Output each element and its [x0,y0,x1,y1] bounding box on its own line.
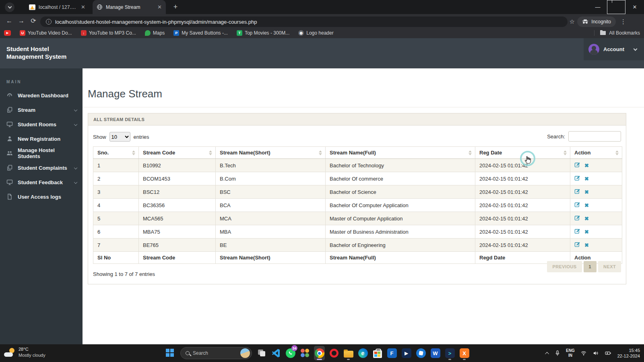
cell-code: B10992 [139,159,216,172]
bookmark-youtube[interactable]: ▶ [4,30,11,36]
pagination-page-1-button[interactable]: 1 [584,261,597,272]
delete-icon[interactable]: ✖ [584,162,589,169]
edit-icon[interactable] [574,241,580,249]
taskbar-icon-task-view[interactable] [256,346,267,360]
close-icon[interactable]: ✕ [157,4,162,10]
pagination-next-button[interactable]: NEXT [598,261,621,272]
taskbar-icon-camtasia[interactable]: ▶ [401,346,412,360]
taskbar-icon-photos[interactable] [299,346,310,360]
edit-icon[interactable] [574,228,580,235]
weather-widget[interactable]: 28°C Mostly cloudy [4,346,45,358]
cell-action: ✖ [570,185,622,199]
window-minimize-button[interactable]: — [588,0,607,14]
restore-icon [607,0,625,14]
delete-icon[interactable]: ✖ [584,229,589,235]
taskbar-search[interactable]: Search [180,347,252,359]
bookmark-youtube-video-do[interactable]: UYouTube Video Do... [20,30,72,36]
sidebar-item-student-feedback[interactable]: Student Feedback [0,175,83,189]
taskbar-icon-word[interactable]: W [430,346,441,360]
sidebar-item-stream[interactable]: Stream [0,103,83,117]
edit-icon[interactable] [574,175,580,182]
search-input[interactable] [568,131,621,142]
taskbar-icon-xampp[interactable]: X [459,346,470,360]
bookmark-star-icon[interactable]: ☆ [570,16,575,27]
copy-icon [6,165,13,171]
cell-full_name: Master of Business Administration [326,225,475,239]
account-menu[interactable]: Account [584,38,644,60]
taskbar-icon-vscode[interactable] [270,346,281,360]
col-header-stream-code[interactable]: Stream Code [139,147,216,159]
col-header-action[interactable]: Action [570,147,622,159]
taskbar-icon-file-explorer[interactable] [343,346,354,360]
chevron-down-icon [74,181,77,184]
bookmark-youtube-to-mp3-co[interactable]: ↓YouTube to MP3 Co... [81,30,136,36]
bookmark-logo-header[interactable]: ◍Logo header [298,30,333,36]
reload-button[interactable]: ⟳ [27,17,39,25]
bookmark-maps[interactable]: Maps [145,30,165,36]
stream-panel: ALL STREAM DETAILS Show 10 entries Searc… [88,113,626,284]
edit-icon[interactable] [574,188,580,195]
language-indicator[interactable]: ENGIN [566,348,575,358]
page-length-select[interactable]: 10 [109,132,130,142]
taskbar-icon-terminal[interactable]: > [444,346,455,360]
window-close-button[interactable]: ✕ [625,0,644,14]
back-button[interactable]: ← [3,17,15,25]
sidebar-item-user-access-logs[interactable]: User Access logs [0,189,83,204]
taskbar-icon-opera[interactable] [328,346,339,360]
edit-icon[interactable] [574,215,580,222]
cell-code: BC36356 [139,199,216,212]
battery-icon[interactable] [605,350,612,356]
taskbar-icon-blue-circle-app[interactable] [415,346,426,360]
address-bar[interactable]: i localhost/student-hostel-management-sy… [40,16,568,27]
pagination-previous-button[interactable]: PREVIOUS [547,261,582,272]
cell-reg_date: 2024-02-15 01:01:42 [475,212,570,225]
sidebar-item-student-complaints[interactable]: Student Complaints [0,160,83,175]
edit-icon[interactable] [574,202,580,209]
all-bookmarks-button[interactable]: All Bookmarks [594,30,640,36]
sort-icon [209,150,212,155]
taskbar-icon-app-f[interactable]: F [386,346,397,360]
cell-reg_date: 2024-02-15 01:01:42 [475,199,570,212]
forward-button[interactable]: → [15,17,27,25]
sidebar-item-wareden-dashboard[interactable]: Wareden Dashboard [0,88,83,103]
taskbar-icon-edge[interactable]: e [357,346,368,360]
wifi-icon[interactable] [580,350,587,356]
cell-short_name: BCA [216,199,326,212]
new-tab-button[interactable]: + [171,2,180,12]
browser-tab-manage-stream[interactable]: Manage Stream ✕ [93,0,166,14]
delete-icon[interactable]: ✖ [584,189,589,195]
delete-icon[interactable]: ✖ [584,242,589,248]
tab-search-button[interactable] [5,2,14,12]
bookmark-my-saved-buttons[interactable]: PMy Saved Buttons -... [173,30,228,36]
volume-icon[interactable] [592,350,599,356]
start-button[interactable] [166,349,174,357]
sidebar-item-manage-hostel-students[interactable]: Manage Hostel Students [0,146,83,160]
chevron-down-icon [74,123,77,126]
edit-icon[interactable] [574,162,580,169]
sidebar-item-new-registration[interactable]: New Registration [0,132,83,146]
col-header-stream-name-short[interactable]: Stream Name(Short) [216,147,326,159]
footer-stream-name-full: Stream Name(Full) [326,252,475,264]
bookmark-top-movies-300m[interactable]: TTop Movies - 300M... [237,30,289,36]
microphone-icon[interactable] [555,350,560,356]
delete-icon[interactable]: ✖ [584,216,589,222]
cell-code: BSC12 [139,185,216,199]
browser-menu-icon[interactable]: ⋮ [620,16,626,27]
close-icon[interactable]: ✕ [81,4,85,10]
site-info-icon[interactable]: i [46,19,52,25]
taskbar-icon-ms-store[interactable] [372,346,383,360]
sidebar-item-student-rooms[interactable]: Student Rooms [0,117,83,132]
delete-icon[interactable]: ✖ [584,202,589,208]
col-header-stream-name-full[interactable]: Stream Name(Full) [326,147,475,159]
delete-icon[interactable]: ✖ [584,176,589,182]
clock[interactable]: 15:45 22-12-2024 [617,348,640,359]
tray-expand-button[interactable] [546,352,549,355]
col-header-sno[interactable]: Sno. [93,147,139,159]
cell-sno: 6 [93,225,139,239]
cell-full_name: Bachelor Of Computer Application [326,199,475,212]
window-restore-button[interactable] [607,0,625,14]
browser-tab-phpmyadmin[interactable]: localhost / 127.0.0.1 / hostel | p ✕ [25,0,89,14]
taskbar-icon-chrome[interactable] [314,346,325,360]
taskbar-icon-whatsapp[interactable]: 34 [285,346,296,360]
cell-sno: 2 [93,172,139,185]
